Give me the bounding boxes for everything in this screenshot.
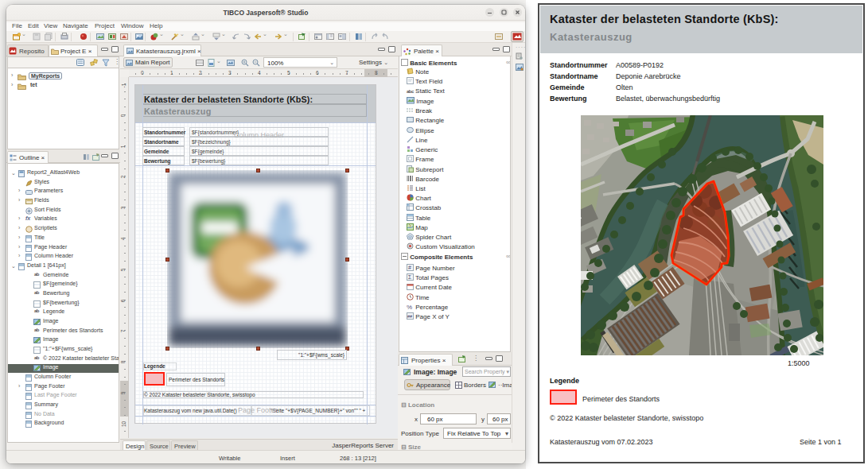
- svg-text:Σ: Σ: [408, 274, 411, 280]
- svg-text:#: #: [408, 265, 411, 270]
- svg-text:##: ##: [407, 314, 413, 319]
- svg-text:%: %: [407, 304, 412, 311]
